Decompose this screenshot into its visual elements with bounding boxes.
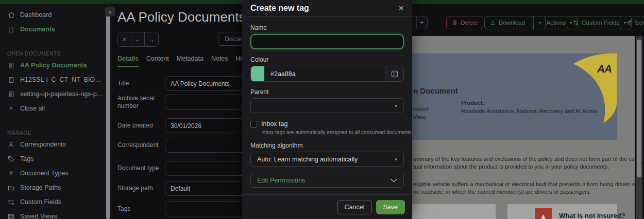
inbox-tag-label: Inbox tag: [261, 120, 287, 127]
download-button[interactable]: Download: [485, 16, 530, 29]
open-document-label: H12SSL-i_C_CT_NT_BIOS_3.3_rele...: [20, 76, 105, 83]
field-label-archive-serial-number: Archive serial number: [117, 95, 163, 110]
hash-icon: #: [7, 170, 15, 177]
sidebar-item-dashboard[interactable]: Dashboard: [0, 8, 112, 22]
send-button[interactable]: Send ▾: [620, 16, 644, 29]
preview-product-value: Roadside Assistance, National Recovery a…: [461, 107, 598, 115]
zoom-in-button[interactable]: +: [417, 16, 428, 29]
sidebar-item-saved-views[interactable]: Saved Views: [0, 209, 112, 219]
edit-permissions-accordion[interactable]: Edit Permissions: [250, 173, 404, 188]
person-icon: [7, 141, 15, 149]
manage-header: MANAGE: [0, 128, 112, 137]
app-screen: Dashboard Documents OPEN DOCUMENTS AA Po…: [0, 0, 644, 219]
trash-icon: [452, 20, 457, 26]
sidebar-item-custom-fields[interactable]: Custom Fields: [0, 195, 112, 209]
sidebar-item-document-types[interactable]: # Document Types: [0, 166, 112, 180]
name-label: Name: [250, 24, 404, 31]
colour-hex-input[interactable]: [264, 66, 385, 81]
close-icon[interactable]: ×: [398, 4, 404, 13]
matching-algorithm-select[interactable]: Auto: Learn matching automatically ▾: [250, 152, 404, 167]
tab-content[interactable]: Content: [146, 55, 169, 67]
field-label-document-type: Document type: [117, 165, 163, 172]
close-all-button[interactable]: × Close all: [0, 101, 112, 116]
modal-body: Name Colour Parent ▾ Inbox tag: [242, 17, 412, 188]
document-preview-page: AA n Document imited View, Product: Road…: [410, 36, 635, 219]
save-button[interactable]: Save: [376, 200, 405, 214]
close-document-button[interactable]: ×: [118, 32, 131, 46]
preview-body-line: he roadside, in which the named member(s…: [413, 189, 591, 195]
arrow-right-icon: →: [148, 36, 155, 43]
tab-details[interactable]: Details: [117, 55, 139, 67]
document-icon: [7, 62, 15, 69]
caret-down-icon: ▾: [395, 103, 397, 108]
cancel-button[interactable]: Cancel: [337, 200, 372, 214]
random-colour-button[interactable]: [385, 66, 403, 81]
arrow-left-icon: ←: [135, 36, 141, 43]
next-document-button[interactable]: →: [145, 32, 158, 46]
sidebar-item-storage-paths[interactable]: Storage Paths: [0, 180, 112, 195]
close-icon: ×: [123, 36, 126, 43]
sliders-icon: [572, 20, 579, 26]
document-icon: [7, 90, 15, 98]
inbox-tag-checkbox[interactable]: [250, 121, 257, 127]
parent-select[interactable]: ▾: [250, 98, 404, 113]
preview-header-block: AA n Document imited View, Product: Road…: [410, 53, 617, 140]
sidebar-item-correspondents[interactable]: Correspondents: [0, 137, 112, 152]
colour-swatch: [251, 66, 264, 81]
preview-body-line: eligible vehicle suffers a mechanical or…: [413, 181, 637, 187]
delete-label: Delete: [461, 20, 478, 26]
modal-header: Create new tag ×: [242, 0, 412, 17]
sidebar: Dashboard Documents OPEN DOCUMENTS AA Po…: [0, 4, 112, 219]
tab-metadata[interactable]: Metadata: [177, 55, 204, 67]
parent-label: Parent: [250, 88, 404, 96]
download-icon: [490, 20, 496, 26]
field-label-title: Title: [117, 80, 163, 87]
preview-insurer-text: imited View,: [413, 105, 428, 121]
document-icon: [7, 76, 15, 84]
edit-permissions-label: Edit Permissions: [257, 177, 305, 184]
delete-button[interactable]: Delete: [446, 16, 483, 29]
preview-body-line: ummary of the key features and exclusion…: [413, 156, 644, 162]
chevron-down-icon: [391, 178, 397, 182]
open-document-item[interactable]: setting-up-paperless-ngx-part-one: [0, 87, 112, 101]
tab-notes[interactable]: Notes: [211, 55, 228, 67]
send-icon: [625, 20, 632, 26]
preview-product-label: Product:: [461, 99, 484, 107]
matching-algorithm-value: Auto: Learn matching automatically: [257, 156, 358, 163]
preview-document-heading: n Document: [413, 86, 458, 95]
plus-icon: +: [420, 19, 423, 26]
open-documents-header: OPEN DOCUMENTS: [0, 49, 112, 58]
open-document-item[interactable]: AA Policy Documents: [0, 58, 112, 72]
sidebar-item-label: Tags: [20, 155, 33, 162]
field-label-date-created: Date created: [117, 122, 163, 130]
warning-icon: ▲: [535, 208, 552, 219]
preview-scrollbar[interactable]: [636, 36, 642, 219]
colour-label: Colour: [250, 56, 404, 63]
sidebar-item-label: Storage Paths: [20, 184, 61, 191]
sidebar-collapse-button[interactable]: «: [105, 7, 115, 16]
preview-scrollbar-handle[interactable]: [637, 40, 641, 177]
field-label-tags: Tags: [117, 205, 163, 213]
sidebar-item-label: Document Types: [20, 170, 69, 177]
previous-document-button[interactable]: ←: [131, 32, 145, 46]
file-icon: [7, 26, 15, 33]
preview-body-line: tual information about the product is pr…: [413, 163, 609, 170]
close-icon: ×: [7, 105, 15, 113]
sidebar-scrollbar[interactable]: [106, 7, 110, 219]
sidebar-item-label: Custom Fields: [20, 198, 61, 206]
close-all-label: Close all: [20, 105, 45, 112]
sidebar-item-documents[interactable]: Documents: [0, 22, 112, 36]
inbox-tag-hint: Inbox tags are automatically assigned to…: [261, 130, 404, 135]
chevron-double-left-icon: «: [108, 9, 111, 15]
open-document-item[interactable]: H12SSL-i_C_CT_NT_BIOS_3.3_rele...: [0, 72, 112, 87]
tag-name-input[interactable]: [250, 34, 404, 49]
ellipsis-icon: ···: [537, 20, 544, 26]
dice-icon: [391, 70, 398, 78]
modal-footer: Cancel Save: [242, 194, 412, 219]
sidebar-item-tags[interactable]: Tags: [0, 152, 112, 166]
folder-icon: [7, 184, 15, 192]
open-document-label: AA Policy Documents: [20, 62, 87, 69]
aa-logo-text: AA: [597, 63, 612, 75]
download-label: Download: [499, 20, 525, 26]
create-tag-modal: Create new tag × Name Colour Parent ▾: [242, 0, 412, 219]
